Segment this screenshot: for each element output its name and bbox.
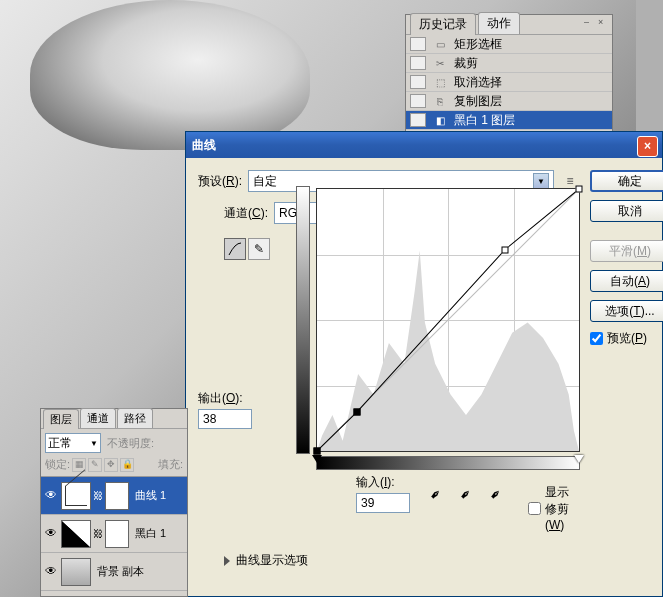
curve-point[interactable] [502, 246, 509, 253]
panel-close-icon[interactable]: × [598, 17, 608, 27]
history-item[interactable]: ⬚取消选择 [406, 73, 612, 92]
chevron-right-icon [224, 556, 230, 566]
history-item[interactable]: ▭矩形选框 [406, 35, 612, 54]
eyedropper-black-icon[interactable]: ✒ [426, 480, 451, 505]
opacity-label: 不透明度: [107, 436, 154, 451]
dialog-title: 曲线 [192, 137, 216, 154]
preset-label: 预设(R): [198, 173, 242, 190]
dialog-titlebar[interactable]: 曲线 × [186, 132, 662, 158]
black-point-slider[interactable] [312, 455, 322, 463]
visibility-icon[interactable]: 👁 [43, 564, 59, 580]
white-point-slider[interactable] [574, 455, 584, 463]
layer-name: 黑白 1 [135, 526, 166, 541]
history-item[interactable]: ✂裁剪 [406, 54, 612, 73]
curve-tool-point[interactable] [224, 238, 246, 260]
layer-mask[interactable] [105, 482, 129, 510]
show-clipping-checkbox[interactable]: 显示修剪(W) [528, 484, 580, 532]
cancel-button[interactable]: 取消 [590, 200, 663, 222]
input-label: 输入(I): [356, 474, 410, 491]
crop-icon: ✂ [432, 56, 448, 70]
tab-layers[interactable]: 图层 [43, 409, 79, 429]
layer-name: 曲线 1 [135, 488, 166, 503]
preview-checkbox[interactable]: 预览(P) [590, 330, 663, 347]
close-icon[interactable]: × [637, 136, 658, 157]
layers-panel: 图层 通道 路径 正常▼ 不透明度: 锁定: ▦ ✎ ✥ 🔒 填充: 👁 ⛓ 曲… [40, 408, 188, 597]
options-button[interactable]: 选项(T)... [590, 300, 663, 322]
tab-actions[interactable]: 动作 [478, 12, 520, 34]
link-icon[interactable]: ⛓ [93, 490, 103, 501]
layer-thumb-photo[interactable] [61, 558, 91, 586]
output-gradient [296, 186, 310, 454]
curve-point[interactable] [576, 186, 583, 193]
tab-paths[interactable]: 路径 [117, 408, 153, 428]
bw-layer-icon: ◧ [432, 113, 448, 127]
curve-graph[interactable] [316, 188, 580, 452]
history-item[interactable]: ◧黑白 1 图层 [406, 111, 612, 130]
channel-label: 通道(C): [224, 205, 268, 222]
curves-dialog: 曲线 × 预设(R): 自定 ▼ ≡ 通道(C): RGB ▼ [185, 131, 663, 597]
visibility-icon[interactable]: 👁 [43, 526, 59, 542]
copy-layer-icon: ⎘ [432, 94, 448, 108]
curve-point[interactable] [354, 408, 361, 415]
curve-display-options-toggle[interactable]: 曲线显示选项 [224, 552, 580, 569]
layer-row[interactable]: 👁 ⛓ 黑白 1 [41, 515, 187, 553]
output-field[interactable] [198, 409, 252, 429]
output-label: 输出(O): [198, 390, 256, 407]
input-field[interactable] [356, 493, 410, 513]
layer-thumb-bw[interactable] [61, 520, 91, 548]
layer-row[interactable]: 👁 ⛓ 曲线 1 [41, 477, 187, 515]
marquee-icon: ▭ [432, 37, 448, 51]
history-panel: 历史记录 动作 – × ▭矩形选框 ✂裁剪 ⬚取消选择 ⎘复制图层 ◧黑白 1 … [405, 14, 613, 133]
layer-row[interactable]: 👁 背景 副本 [41, 553, 187, 591]
panel-minimize-icon[interactable]: – [584, 17, 594, 27]
blend-mode-select[interactable]: 正常▼ [45, 433, 101, 453]
link-icon[interactable]: ⛓ [93, 528, 103, 539]
lock-label: 锁定: [45, 457, 70, 472]
layer-thumb-curves[interactable] [61, 482, 91, 510]
layer-name: 背景 副本 [97, 564, 144, 579]
lock-all-icon[interactable]: 🔒 [120, 458, 134, 472]
ok-button[interactable]: 确定 [590, 170, 663, 192]
smooth-button: 平滑(M) [590, 240, 663, 262]
lock-move-icon[interactable]: ✥ [104, 458, 118, 472]
curve-tool-pencil[interactable]: ✎ [248, 238, 270, 260]
lock-paint-icon[interactable]: ✎ [88, 458, 102, 472]
visibility-icon[interactable]: 👁 [43, 488, 59, 504]
tab-history[interactable]: 历史记录 [410, 13, 476, 35]
history-item[interactable]: ⎘复制图层 [406, 92, 612, 111]
deselect-icon: ⬚ [432, 75, 448, 89]
curve-point[interactable] [314, 448, 321, 455]
eyedropper-gray-icon[interactable]: ✒ [456, 480, 481, 505]
input-gradient[interactable] [316, 456, 580, 470]
layer-mask[interactable] [105, 520, 129, 548]
auto-button[interactable]: 自动(A) [590, 270, 663, 292]
fill-label: 填充: [158, 457, 183, 472]
eyedropper-white-icon[interactable]: ✒ [486, 480, 511, 505]
tab-channels[interactable]: 通道 [80, 408, 116, 428]
